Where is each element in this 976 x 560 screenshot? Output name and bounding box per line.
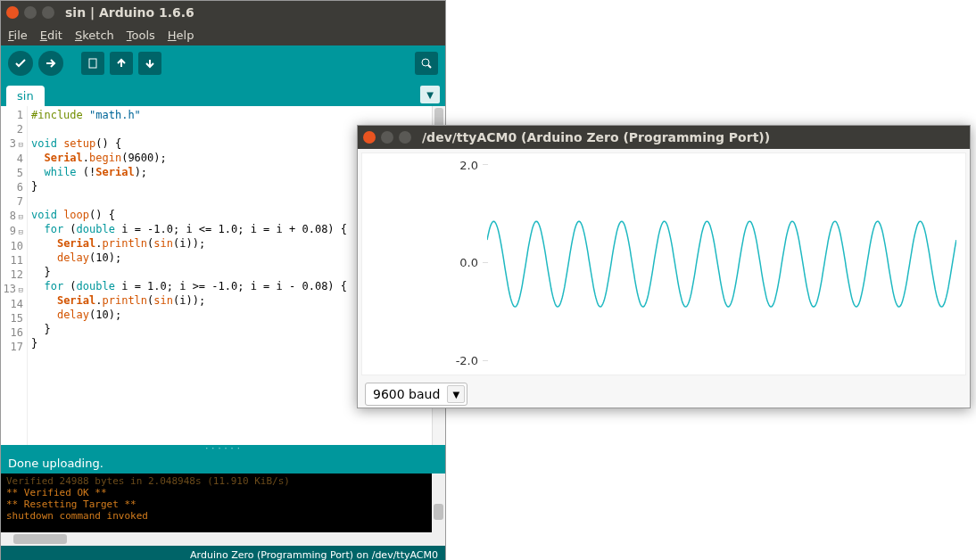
line-number: 14: [1, 297, 23, 311]
code-token: begin: [89, 152, 121, 164]
code-token: sin: [153, 237, 173, 250]
code-token: }: [31, 180, 37, 193]
code-token: [31, 309, 57, 321]
line-number: 2: [1, 122, 23, 136]
code-token: (9600);: [121, 152, 167, 164]
code-token: Serial: [95, 166, 134, 178]
plot-line: [487, 162, 956, 366]
line-number: 17: [1, 340, 23, 354]
close-icon[interactable]: [363, 131, 376, 144]
code-token: for: [44, 280, 63, 292]
editor-gutter: 1 2 3⊟ 4 5 6 7 8⊟ 9⊟ 10 11 12 13⊟ 14 15 …: [1, 106, 28, 445]
line-number: 13: [4, 283, 16, 295]
code-token: [31, 294, 57, 307]
save-button[interactable]: [138, 52, 161, 75]
file-icon: [87, 57, 99, 70]
tab-sin[interactable]: sin: [6, 86, 45, 106]
code-token: (: [63, 280, 76, 292]
minimize-icon[interactable]: [381, 131, 393, 144]
maximize-icon[interactable]: [399, 131, 411, 144]
status-bar: Done uploading.: [1, 452, 445, 474]
line-number: 9: [10, 225, 16, 237]
fold-icon[interactable]: ⊟: [16, 210, 23, 224]
open-button[interactable]: [110, 52, 133, 75]
menu-file[interactable]: File: [8, 29, 28, 42]
minimize-icon[interactable]: [24, 6, 37, 19]
scrollbar-thumb[interactable]: [13, 534, 67, 544]
code-token: setup: [57, 137, 95, 150]
code-token: while: [44, 166, 76, 178]
code-token: (i));: [173, 294, 205, 307]
line-number: 3: [10, 137, 16, 150]
code-token: () {: [95, 137, 121, 150]
code-token: [31, 166, 44, 178]
code-token: println: [103, 294, 148, 307]
menu-sketch[interactable]: Sketch: [75, 29, 114, 42]
window-title: sin | Arduino 1.6.6: [65, 5, 194, 20]
scrollbar-thumb[interactable]: [434, 504, 443, 520]
code-token: delay: [57, 309, 89, 321]
arrow-down-icon: [144, 57, 156, 70]
line-number: 15: [1, 311, 23, 325]
code-token: double: [77, 223, 115, 235]
ide-titlebar[interactable]: sin | Arduino 1.6.6: [1, 1, 445, 24]
chevron-down-icon[interactable]: ▼: [447, 385, 465, 403]
code-token: void: [31, 209, 57, 221]
code-token: Serial: [44, 152, 82, 164]
code-token: }: [31, 266, 51, 278]
new-button[interactable]: [81, 52, 104, 75]
code-token: double: [77, 280, 115, 292]
code-token: );: [135, 166, 147, 178]
code-token: .: [83, 152, 89, 164]
menu-edit[interactable]: Edit: [40, 29, 62, 42]
line-number: 6: [1, 180, 23, 194]
serial-monitor-button[interactable]: [415, 52, 438, 75]
line-number: 11: [1, 253, 23, 268]
code-token: }: [31, 323, 51, 335]
code-token: loop: [57, 209, 89, 221]
maximize-icon[interactable]: [42, 6, 54, 19]
code-token: (!: [77, 166, 96, 178]
code-token: #include: [31, 109, 89, 121]
y-tick-label: 0.0: [443, 256, 478, 269]
fold-icon[interactable]: ⊟: [16, 137, 23, 152]
fold-icon[interactable]: ⊟: [16, 225, 23, 239]
code-token: (10);: [89, 251, 121, 264]
fold-icon[interactable]: ⊟: [16, 283, 23, 297]
menu-help[interactable]: Help: [168, 29, 194, 42]
upload-button[interactable]: [38, 51, 63, 76]
code-token: Serial: [57, 237, 95, 250]
baud-rate-select[interactable]: 9600 baud ▼: [365, 383, 467, 406]
code-token: () {: [89, 209, 115, 221]
console-line: shutdown command invoked: [6, 510, 440, 522]
console-line: ** Resetting Target **: [6, 498, 440, 510]
line-number: 12: [1, 268, 23, 282]
code-token: [31, 223, 44, 235]
console-line: ** Verified OK **: [6, 487, 440, 498]
code-token: delay: [57, 251, 89, 264]
code-token: for: [44, 223, 63, 235]
code-token: [31, 237, 57, 250]
console-vscrollbar[interactable]: [432, 474, 445, 532]
status-text: Done uploading.: [8, 457, 103, 470]
code-token: i = -1.0; i <= 1.0; i = i + 0.08) {: [115, 223, 347, 235]
code-area[interactable]: #include "math.h" void setup() { Serial.…: [28, 106, 351, 445]
line-number: 16: [1, 325, 23, 340]
code-token: .: [95, 237, 102, 250]
menu-tools[interactable]: Tools: [127, 29, 155, 42]
footer-bar: Arduino Zero (Programming Port) on /dev/…: [1, 546, 445, 560]
line-number: 5: [1, 166, 23, 180]
baud-rate-value: 9600 baud: [373, 387, 440, 401]
svg-rect-0: [89, 59, 96, 68]
tab-dropdown-icon[interactable]: ▼: [420, 86, 440, 103]
code-token: (: [63, 223, 76, 235]
close-icon[interactable]: [6, 6, 19, 19]
serial-plotter-window: /dev/ttyACM0 (Arduino Zero (Programming …: [357, 125, 971, 408]
code-token: [31, 251, 57, 264]
splitter-handle[interactable]: · · · · · ·: [1, 445, 445, 452]
console-hscrollbar[interactable]: [1, 532, 445, 546]
arrow-up-icon: [115, 57, 128, 70]
plotter-titlebar[interactable]: /dev/ttyACM0 (Arduino Zero (Programming …: [358, 126, 970, 149]
menubar: File Edit Sketch Tools Help: [1, 24, 445, 45]
verify-button[interactable]: [8, 51, 33, 76]
